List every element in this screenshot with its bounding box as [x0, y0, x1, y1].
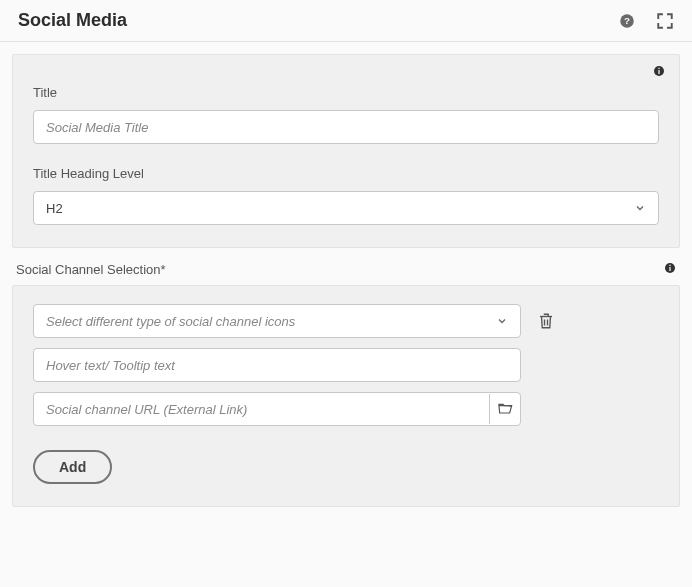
title-panel: Title Title Heading Level H2	[12, 54, 680, 248]
info-icon[interactable]	[653, 65, 665, 77]
channel-section-text: Social Channel Selection*	[16, 262, 166, 277]
channel-panel: Select different type of social channel …	[12, 285, 680, 507]
svg-rect-6	[669, 267, 670, 271]
info-icon[interactable]	[664, 262, 676, 274]
channel-url-input[interactable]	[33, 392, 521, 426]
folder-open-icon[interactable]	[489, 394, 519, 424]
dialog-title: Social Media	[18, 10, 127, 31]
channel-type-placeholder: Select different type of social channel …	[46, 314, 295, 329]
chevron-down-icon	[496, 315, 508, 327]
spacer	[12, 521, 692, 581]
heading-level-label: Title Heading Level	[33, 166, 659, 181]
svg-text:?: ?	[624, 15, 630, 26]
heading-level-select[interactable]: H2	[33, 191, 659, 225]
dialog-header: Social Media ?	[0, 0, 692, 42]
header-actions: ?	[618, 12, 674, 30]
svg-rect-7	[669, 265, 670, 266]
hover-text-row	[33, 348, 659, 382]
chevron-down-icon	[634, 202, 646, 214]
channel-section-label: Social Channel Selection*	[16, 262, 692, 277]
heading-level-value: H2	[46, 201, 63, 216]
title-label: Title	[33, 85, 659, 100]
help-icon[interactable]: ?	[618, 12, 636, 30]
delete-button[interactable]	[537, 312, 555, 330]
svg-rect-3	[658, 70, 659, 74]
dialog-body-scroll[interactable]: Title Title Heading Level H2 Social Chan…	[0, 42, 692, 584]
title-input[interactable]	[33, 110, 659, 144]
svg-rect-4	[658, 68, 659, 69]
url-input-group	[33, 392, 521, 426]
channel-type-select[interactable]: Select different type of social channel …	[33, 304, 521, 338]
url-row	[33, 392, 659, 426]
add-button[interactable]: Add	[33, 450, 112, 484]
fullscreen-icon[interactable]	[656, 12, 674, 30]
channel-select-row: Select different type of social channel …	[33, 304, 659, 338]
hover-text-input[interactable]	[33, 348, 521, 382]
